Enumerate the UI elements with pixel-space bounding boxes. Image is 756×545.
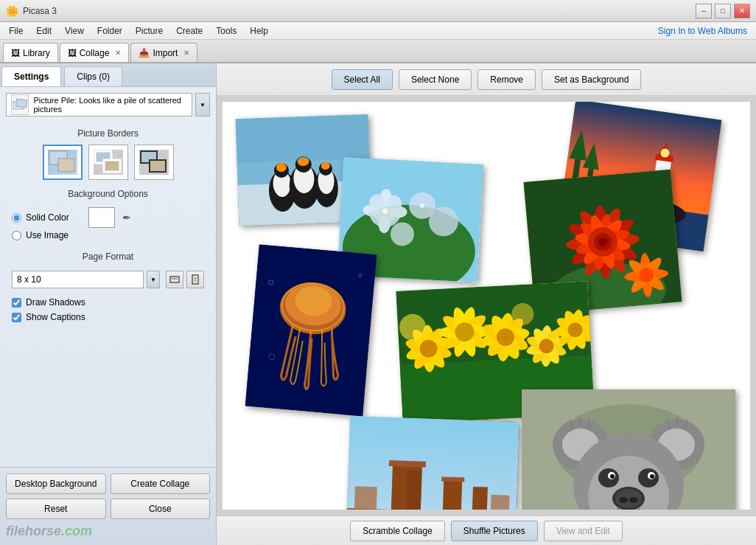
- page-format-value: 8 x 10: [17, 274, 41, 285]
- color-swatch[interactable]: [88, 207, 115, 228]
- svg-rect-127: [472, 487, 488, 510]
- svg-point-148: [619, 497, 628, 503]
- svg-rect-27: [236, 114, 370, 163]
- title-bar-content: 🌼 Picasa 3: [6, 5, 57, 17]
- svg-rect-129: [491, 495, 510, 510]
- create-collage-button[interactable]: Create Collage: [111, 473, 211, 494]
- tab-import[interactable]: 📥 Import ✕: [130, 43, 197, 62]
- collage-icon: 🖼: [68, 48, 77, 58]
- svg-point-149: [629, 497, 638, 503]
- select-all-button[interactable]: Select All: [332, 69, 393, 90]
- menu-create[interactable]: Create: [170, 24, 209, 38]
- menu-file[interactable]: File: [3, 24, 29, 38]
- svg-rect-5: [104, 160, 120, 172]
- desktop-background-button[interactable]: Desktop Background: [6, 473, 106, 494]
- svg-point-145: [650, 474, 654, 479]
- app-title: Picasa 3: [23, 6, 57, 16]
- bg-options: Solid Color ✒ Use Image: [0, 202, 216, 246]
- photo-jellyfish[interactable]: [245, 244, 377, 416]
- style-dropdown-row: Picture Pile: Looks like a pile of scatt…: [6, 93, 210, 117]
- tab-library[interactable]: 🖼 Library: [3, 43, 58, 62]
- svg-point-147: [615, 489, 642, 508]
- menu-items: File Edit View Folder Picture Create Too…: [3, 24, 274, 38]
- menu-help[interactable]: Help: [244, 24, 274, 38]
- menu-tools[interactable]: Tools: [210, 24, 242, 38]
- watermark-text: filehorse.com: [6, 524, 92, 538]
- svg-rect-130: [406, 470, 422, 510]
- photo-koala[interactable]: [522, 389, 735, 510]
- border-option-none[interactable]: [43, 145, 83, 180]
- landscape-icon[interactable]: [166, 271, 183, 288]
- photo-desert[interactable]: [346, 416, 519, 510]
- tab-clips[interactable]: Clips (0): [64, 66, 122, 86]
- show-captions-label: Show Captions: [26, 312, 85, 322]
- svg-rect-3: [58, 159, 74, 172]
- watermark-area: filehorse.com: [6, 524, 210, 539]
- remove-button[interactable]: Remove: [477, 69, 536, 90]
- svg-rect-128: [354, 486, 377, 510]
- page-format-select[interactable]: 8 x 10: [12, 271, 144, 288]
- eyedropper-icon[interactable]: ✒: [122, 212, 131, 223]
- borders-label: Picture Borders: [0, 128, 216, 139]
- collage-toolbar: Select All Select None Remove Set as Bac…: [217, 63, 756, 96]
- border-option-dark[interactable]: [134, 145, 174, 180]
- sign-in-link[interactable]: Sign In to Web Albums: [658, 26, 747, 36]
- app-icon: 🌼: [6, 5, 18, 17]
- use-image-radio[interactable]: [12, 231, 21, 240]
- svg-rect-8: [170, 277, 179, 282]
- tab-settings[interactable]: Settings: [1, 66, 61, 86]
- minimize-button[interactable]: –: [696, 4, 712, 18]
- style-value: Picture Pile: Looks like a pile of scatt…: [33, 96, 187, 114]
- style-icon: [11, 94, 29, 115]
- draw-shadows-row: Draw Shadows: [12, 297, 204, 308]
- svg-point-12: [195, 280, 196, 281]
- close-button[interactable]: ✕: [734, 4, 750, 18]
- maximize-button[interactable]: □: [715, 4, 731, 18]
- import-icon: 📥: [139, 48, 150, 58]
- use-image-row: Use Image: [12, 230, 204, 240]
- draw-shadows-label: Draw Shadows: [26, 297, 85, 308]
- tab-collage[interactable]: 🖼 Collage ✕: [60, 43, 130, 62]
- library-icon: 🖼: [11, 48, 20, 58]
- style-select[interactable]: Picture Pile: Looks like a pile of scatt…: [6, 93, 192, 117]
- close-panel-button[interactable]: Close: [111, 499, 211, 519]
- style-dropdown-arrow[interactable]: ▼: [195, 93, 210, 117]
- panel-tabs: Settings Clips (0): [0, 63, 216, 87]
- panel-bottom: Desktop Background Create Collage Reset …: [0, 467, 216, 545]
- secondary-btns: Reset Close: [6, 499, 210, 519]
- title-bar: 🌼 Picasa 3 – □ ✕: [0, 0, 756, 22]
- scramble-collage-button[interactable]: Scramble Collage: [350, 521, 445, 541]
- border-option-white[interactable]: [88, 145, 128, 180]
- menu-picture[interactable]: Picture: [130, 24, 169, 38]
- shuffle-pictures-button[interactable]: Shuffle Pictures: [451, 521, 538, 541]
- tab-collage-close[interactable]: ✕: [115, 49, 121, 57]
- solid-color-label: Solid Color: [26, 212, 69, 223]
- reset-button[interactable]: Reset: [6, 499, 106, 519]
- page-format-arrow[interactable]: ▼: [147, 271, 160, 288]
- main-area: Settings Clips (0) Picture Pile: Looks l…: [0, 63, 756, 545]
- svg-point-144: [610, 474, 615, 479]
- left-panel: Settings Clips (0) Picture Pile: Looks l…: [0, 63, 217, 545]
- use-image-label: Use Image: [26, 230, 69, 240]
- view-and-edit-button[interactable]: View and Edit: [544, 521, 623, 541]
- menu-edit[interactable]: Edit: [30, 24, 57, 38]
- format-icons: [166, 271, 204, 288]
- menu-folder[interactable]: Folder: [91, 24, 128, 38]
- right-panel: Select All Select None Remove Set as Bac…: [217, 63, 756, 545]
- svg-rect-125: [443, 479, 463, 510]
- tab-import-close[interactable]: ✕: [183, 49, 189, 57]
- show-captions-checkbox[interactable]: [12, 313, 21, 322]
- portrait-icon[interactable]: [186, 271, 204, 288]
- draw-shadows-checkbox[interactable]: [12, 298, 21, 308]
- menu-view[interactable]: View: [59, 24, 90, 38]
- page-format-label: Page Format: [0, 251, 216, 262]
- show-captions-row: Show Captions: [12, 312, 204, 322]
- solid-color-radio[interactable]: [12, 213, 21, 223]
- menu-bar: File Edit View Folder Picture Create Too…: [0, 22, 756, 40]
- set-as-background-button[interactable]: Set as Background: [542, 69, 641, 90]
- bg-options-label: Background Options: [0, 189, 216, 199]
- tab-collage-label: Collage: [80, 48, 110, 58]
- tab-library-label: Library: [23, 48, 50, 58]
- collage-canvas: [223, 102, 750, 510]
- select-none-button[interactable]: Select None: [399, 69, 472, 90]
